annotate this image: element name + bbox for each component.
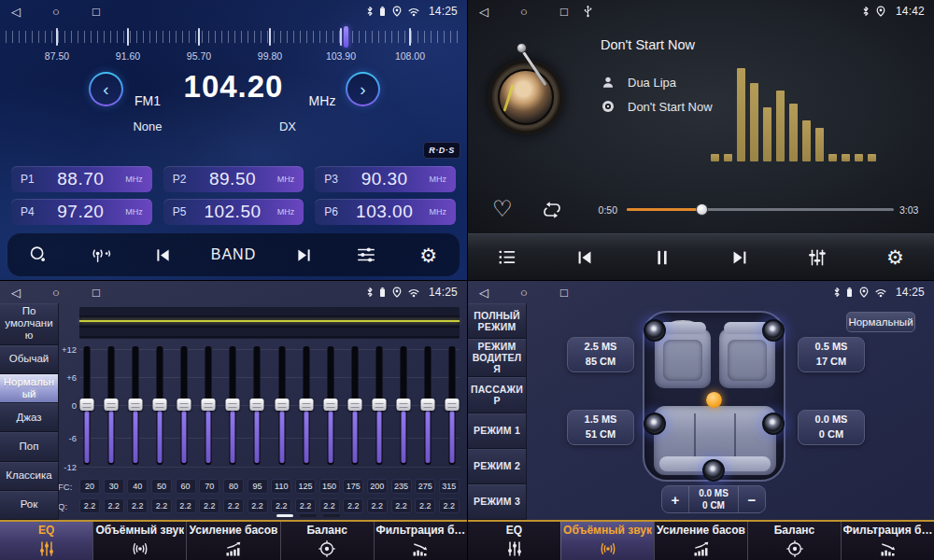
surround-mode-4[interactable]: РЕЖИМ 2 (468, 449, 526, 484)
delay-increase-button[interactable]: + (662, 486, 688, 512)
sound-tab-2[interactable]: Усиление басов (186, 522, 279, 560)
nav-home-icon[interactable]: ○ (50, 6, 63, 18)
eq-handle-12[interactable] (372, 399, 386, 411)
sound-tab-0[interactable]: EQ (468, 522, 560, 560)
band-button[interactable]: BAND (201, 238, 266, 272)
rds-seek-button[interactable] (77, 238, 125, 272)
sound-tab-4[interactable]: Фильтрация басов (841, 522, 934, 560)
eq-handle-14[interactable] (420, 399, 434, 411)
eq-preset-0[interactable]: По умолчанию (0, 303, 58, 345)
nav-recents-icon[interactable]: □ (558, 6, 571, 18)
eq-handle-11[interactable] (347, 399, 361, 411)
eq-band-9[interactable] (299, 344, 314, 472)
eq-preset-3[interactable]: Джаз (0, 403, 58, 432)
nav-recents-icon[interactable]: □ (558, 287, 571, 299)
surround-mode-1[interactable]: РЕЖИМ ВОДИТЕЛЯ (468, 339, 526, 377)
eq-band-1[interactable] (104, 344, 119, 472)
eq-band-6[interactable] (225, 344, 240, 472)
favorite-button[interactable]: ♡ (492, 196, 513, 222)
eq-handle-9[interactable] (299, 399, 313, 411)
nav-home-icon[interactable]: ○ (517, 6, 531, 18)
seek-down-button[interactable] (138, 238, 187, 272)
nav-recents-icon[interactable]: □ (90, 6, 103, 18)
eq-band-3[interactable] (152, 344, 167, 472)
eq-preset-6[interactable]: Рок (0, 491, 58, 520)
delay-front-left[interactable]: 2.5 MS 85 CM (567, 337, 634, 372)
sound-tab-3[interactable]: Баланс (280, 522, 374, 560)
sound-tab-1[interactable]: Объёмный звук (560, 522, 654, 560)
progress-bar[interactable] (627, 208, 894, 211)
surround-mode-0[interactable]: ПОЛНЫЙ РЕЖИМ (468, 303, 526, 339)
preset-4[interactable]: P4 97.20 MHz (11, 199, 152, 225)
delay-front-right[interactable]: 0.5 MS 17 CM (798, 337, 865, 372)
eq-handle-6[interactable] (226, 399, 240, 411)
surround-mode-2[interactable]: ПАССАЖИР (468, 377, 526, 413)
eq-band-14[interactable] (420, 344, 435, 472)
tune-up-button[interactable]: › (346, 72, 380, 106)
pause-button[interactable] (637, 240, 687, 275)
eq-band-4[interactable] (177, 344, 191, 472)
eq-handle-4[interactable] (177, 399, 191, 411)
tuning-needle[interactable] (344, 26, 348, 48)
settings-button[interactable]: ⚙ (870, 240, 920, 275)
sound-tab-1[interactable]: Объёмный звук (92, 522, 186, 560)
previous-track-button[interactable] (559, 240, 610, 275)
eq-band-11[interactable] (347, 344, 362, 472)
next-track-button[interactable] (715, 240, 765, 275)
eq-band-13[interactable] (396, 344, 411, 472)
delay-rear-right[interactable]: 0.0 MS 0 CM (798, 410, 865, 445)
eq-band-15[interactable] (445, 344, 460, 472)
preset-1[interactable]: P1 88.70 MHz (11, 166, 152, 192)
sound-tab-0[interactable]: EQ (0, 522, 92, 560)
nav-back-icon[interactable]: ◁ (9, 6, 22, 18)
surround-mode-5[interactable]: РЕЖИМ 3 (468, 484, 526, 520)
eq-band-0[interactable] (79, 344, 94, 472)
seek-up-button[interactable] (280, 238, 329, 272)
sound-profile-button[interactable]: Нормальный (846, 312, 915, 332)
repeat-button[interactable] (541, 199, 563, 225)
sound-tab-2[interactable]: Усиление басов (654, 522, 747, 560)
delay-decrease-button[interactable]: − (739, 486, 765, 512)
preset-2[interactable]: P2 89.50 MHz (163, 166, 304, 192)
eq-band-2[interactable] (128, 344, 143, 472)
eq-handle-0[interactable] (80, 399, 94, 411)
nav-home-icon[interactable]: ○ (50, 287, 63, 299)
eq-preset-1[interactable]: Обычай (0, 345, 58, 374)
eq-handle-3[interactable] (153, 399, 167, 411)
nav-back-icon[interactable]: ◁ (477, 6, 490, 18)
eq-handle-8[interactable] (275, 399, 289, 411)
eq-handle-10[interactable] (323, 399, 337, 411)
preset-6[interactable]: P6 103.00 MHz (315, 199, 456, 225)
eq-band-8[interactable] (275, 344, 290, 472)
settings-button[interactable]: ⚙ (404, 238, 453, 272)
nav-back-icon[interactable]: ◁ (9, 287, 22, 299)
eq-band-12[interactable] (372, 344, 387, 472)
listening-position-dot[interactable] (706, 392, 722, 408)
eq-preset-4[interactable]: Поп (0, 432, 58, 461)
eq-preset-5[interactable]: Классика (0, 462, 58, 491)
preset-5[interactable]: P5 102.50 MHz (163, 199, 304, 225)
sound-tab-3[interactable]: Баланс (747, 522, 841, 560)
eq-preset-2[interactable]: Нормальный (0, 374, 58, 403)
sound-tab-4[interactable]: Фильтрация басов (374, 522, 467, 560)
preset-3[interactable]: P3 90.30 MHz (315, 166, 456, 192)
playlist-button[interactable] (482, 240, 532, 275)
surround-mode-3[interactable]: РЕЖИМ 1 (468, 413, 526, 449)
delay-rear-left[interactable]: 1.5 MS 51 CM (567, 410, 634, 445)
nav-recents-icon[interactable]: □ (90, 287, 103, 299)
eq-handle-1[interactable] (105, 399, 119, 411)
eq-band-5[interactable] (201, 344, 216, 472)
nav-home-icon[interactable]: ○ (517, 287, 531, 299)
eq-handle-2[interactable] (129, 399, 143, 411)
eq-handle-7[interactable] (250, 399, 264, 411)
audio-settings-button[interactable] (342, 238, 390, 272)
nav-back-icon[interactable]: ◁ (477, 287, 490, 299)
eq-handle-13[interactable] (396, 399, 410, 411)
progress-knob[interactable] (696, 203, 708, 216)
eq-handle-5[interactable] (202, 399, 216, 411)
scan-button[interactable] (14, 238, 63, 272)
eq-band-10[interactable] (323, 344, 338, 472)
tune-down-button[interactable]: ‹ (89, 72, 123, 106)
equalizer-button[interactable] (792, 240, 842, 275)
eq-band-7[interactable] (249, 344, 264, 472)
